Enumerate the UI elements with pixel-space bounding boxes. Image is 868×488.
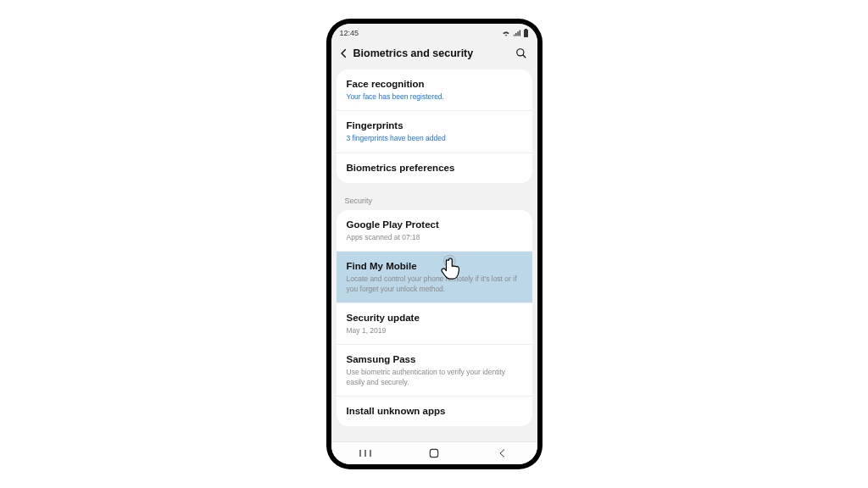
row-title: Fingerprints (347, 119, 522, 132)
row-title: Samsung Pass (347, 353, 522, 366)
security-group: Google Play Protect Apps scanned at 07:1… (337, 210, 532, 427)
system-nav-bar (331, 441, 537, 464)
signal-icon (513, 30, 520, 36)
svg-rect-9 (430, 449, 437, 457)
row-face-recognition[interactable]: Face recognition Your face has been regi… (337, 69, 532, 111)
row-subtitle: 3 fingerprints have been added (347, 134, 522, 143)
row-samsung-pass[interactable]: Samsung Pass Use biometric authenticatio… (337, 345, 532, 396)
row-title: Find My Mobile (347, 260, 522, 273)
row-subtitle: May 1, 2019 (347, 326, 522, 336)
svg-rect-1 (524, 30, 528, 37)
app-header: Biometrics and security (331, 41, 537, 69)
row-title: Security update (347, 312, 522, 324)
phone-frame: 12:45 Biometrics a (326, 19, 542, 469)
recents-icon (359, 448, 372, 458)
row-title: Biometrics preferences (347, 162, 522, 175)
nav-home-button[interactable] (417, 447, 451, 459)
wifi-icon (502, 30, 510, 36)
row-google-play-protect[interactable]: Google Play Protect Apps scanned at 07:1… (337, 210, 532, 252)
nav-back-button[interactable] (486, 448, 520, 458)
row-title: Google Play Protect (347, 219, 522, 231)
row-install-unknown-apps[interactable]: Install unknown apps (337, 396, 532, 426)
section-label-security: Security (331, 190, 537, 210)
search-button[interactable] (514, 46, 529, 61)
nav-recents-button[interactable] (348, 448, 382, 458)
back-button[interactable] (337, 46, 352, 61)
row-title: Install unknown apps (347, 405, 522, 418)
row-fingerprints[interactable]: Fingerprints 3 fingerprints have been ad… (337, 111, 532, 152)
biometrics-group: Face recognition Your face has been regi… (337, 69, 532, 183)
row-title: Face recognition (347, 78, 522, 91)
settings-content: Face recognition Your face has been regi… (331, 69, 537, 441)
svg-point-2 (516, 49, 523, 56)
row-security-update[interactable]: Security update May 1, 2019 (337, 303, 532, 345)
row-subtitle: Locate and control your phone remotely i… (347, 274, 522, 294)
row-subtitle: Apps scanned at 07:18 (347, 233, 522, 242)
page-title: Biometrics and security (352, 47, 514, 59)
phone-screen: 12:45 Biometrics a (331, 24, 537, 464)
status-bar: 12:45 (331, 24, 537, 41)
chevron-left-icon (338, 47, 350, 59)
chevron-left-icon (498, 448, 508, 458)
svg-rect-0 (525, 29, 527, 30)
row-subtitle: Your face has been registered. (347, 92, 522, 102)
svg-line-3 (522, 55, 526, 58)
row-biometrics-preferences[interactable]: Biometrics preferences (337, 153, 532, 183)
status-indicators (502, 29, 529, 37)
row-subtitle: Use biometric authentication to verify y… (347, 368, 522, 387)
search-icon (515, 47, 527, 59)
home-icon (428, 447, 440, 459)
row-find-my-mobile[interactable]: Find My Mobile Locate and control your p… (337, 252, 532, 303)
status-time: 12:45 (340, 29, 359, 37)
battery-icon (523, 29, 529, 37)
